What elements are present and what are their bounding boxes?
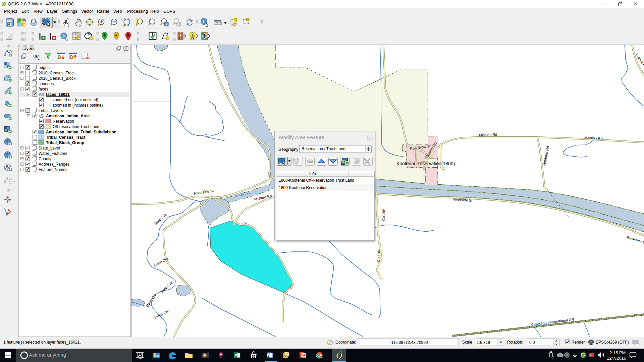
- svg-text:Mission Rd: Mission Rd: [479, 132, 497, 137]
- svg-text:2:15 PM: 2:15 PM: [609, 350, 626, 355]
- svg-text:★: ★: [23, 23, 26, 27]
- svg-text:★: ★: [90, 37, 93, 40]
- svg-text:Co 18B: Co 18B: [381, 208, 386, 221]
- svg-text:A: A: [62, 33, 66, 39]
- svg-text:✶: ✶: [114, 33, 118, 38]
- svg-text:Co 18B: Co 18B: [376, 250, 381, 262]
- svg-text:★: ★: [166, 37, 169, 40]
- svg-text:✶: ✶: [233, 23, 236, 27]
- svg-text:i: i: [203, 19, 204, 24]
- svg-text:Kootenai Reservation(1800): Kootenai Reservation(1800): [396, 161, 455, 166]
- svg-text:A: A: [590, 354, 592, 357]
- svg-text:12/7/2016: 12/7/2016: [607, 356, 626, 361]
